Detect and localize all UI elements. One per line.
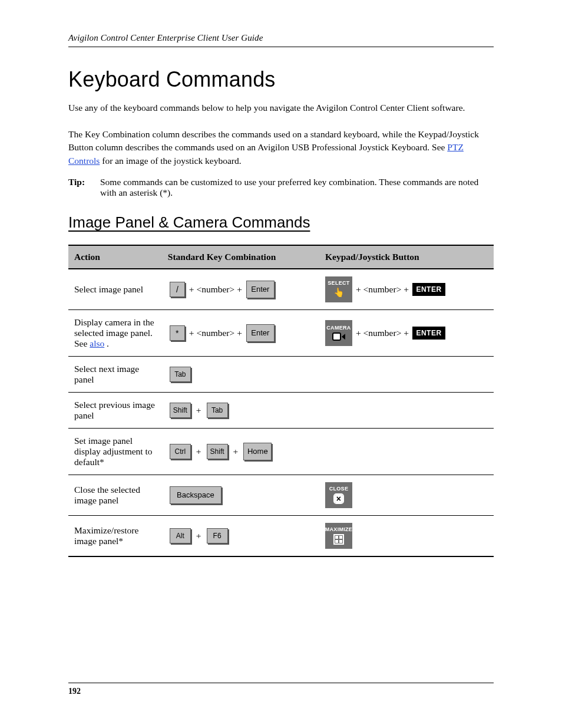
th-action: Action	[68, 245, 162, 269]
cell-joystick	[319, 429, 494, 475]
th-joystick: Keypad/Joystick Button	[319, 245, 494, 269]
table-row: Select image panel / + <number> + Enter …	[68, 269, 494, 310]
cell-action: Close the selected image panel	[68, 475, 162, 516]
table-row: Select next image panel Tab	[68, 357, 494, 393]
text: + <number> +	[189, 284, 242, 295]
key-alt: Alt	[170, 528, 191, 543]
text: +	[196, 405, 201, 416]
text: Display camera in the selected image pan…	[74, 317, 154, 348]
page-number: 192	[68, 687, 81, 696]
cell-action: Select image panel	[68, 269, 162, 310]
jbtn-label: CLOSE	[329, 486, 349, 492]
text: + <number> +	[356, 328, 409, 338]
key-ctrl: Ctrl	[170, 444, 191, 459]
text: +	[233, 446, 239, 457]
close-icon	[333, 493, 344, 504]
cell-action: Display camera in the selected image pan…	[68, 310, 162, 357]
table-row: Close the selected image panel Backspace…	[68, 475, 494, 516]
tip-label: Tip:	[68, 177, 90, 198]
table-row: Maximize/restore image panel* Alt + F6 M…	[68, 516, 494, 557]
key-enter: Enter	[246, 281, 275, 298]
text: .	[107, 338, 109, 348]
cell-joystick	[319, 393, 494, 429]
intro-before: Use any of the keyboard commands below t…	[68, 103, 479, 152]
text: + <number> +	[189, 328, 242, 338]
cell-joystick: CLOSE	[319, 475, 494, 516]
cell-joystick: MAXIMIZE	[319, 516, 494, 557]
cell-standard: * + <number> + Enter	[162, 310, 319, 357]
joystick-enter-button: ENTER	[412, 327, 445, 340]
cell-joystick: CAMERA + <number> + ENTER	[319, 310, 494, 357]
cell-action: Maximize/restore image panel*	[68, 516, 162, 557]
joystick-maximize-button: MAXIMIZE	[325, 523, 352, 549]
page-footer: 192	[68, 683, 494, 696]
key-tab: Tab	[170, 367, 191, 382]
key-asterisk: *	[170, 325, 185, 341]
cell-action: Select previous image panel	[68, 393, 162, 429]
cell-standard: Alt + F6	[162, 516, 319, 557]
key-enter: Enter	[246, 324, 275, 342]
running-header: Avigilon Control Center Enterprise Clien…	[68, 33, 494, 47]
joystick-camera-button: CAMERA	[325, 320, 352, 346]
table-header-row: Action Standard Key Combination Keypad/J…	[68, 245, 494, 269]
joystick-close-button: CLOSE	[325, 482, 352, 508]
th-standard: Standard Key Combination	[162, 245, 319, 269]
cell-action: Set image panel display adjustment to de…	[68, 429, 162, 475]
text: +	[196, 446, 201, 457]
key-slash: /	[170, 282, 185, 297]
key-tab: Tab	[207, 403, 228, 418]
text: +	[196, 531, 201, 541]
camera-icon	[332, 332, 345, 341]
cell-joystick	[319, 357, 494, 393]
key-shift: Shift	[207, 444, 228, 459]
page-title: Keyboard Commands	[68, 67, 494, 92]
cell-standard: Backspace	[162, 475, 319, 516]
key-backspace: Backspace	[170, 486, 222, 504]
cell-standard: Tab	[162, 357, 319, 393]
cell-standard: Ctrl + Shift + Home	[162, 429, 319, 475]
tap-icon	[333, 288, 344, 298]
commands-table: Action Standard Key Combination Keypad/J…	[68, 245, 494, 557]
section-heading: Image Panel & Camera Commands	[68, 213, 494, 232]
table-row: Select previous image panel Shift + Tab	[68, 393, 494, 429]
key-shift: Shift	[170, 403, 191, 418]
see-also-link[interactable]: also	[90, 338, 104, 348]
intro-after: for an image of the joystick keyboard.	[102, 156, 241, 166]
joystick-select-button: SELECT	[325, 276, 352, 302]
key-f6: F6	[207, 528, 228, 543]
intro-paragraph: Use any of the keyboard commands below t…	[68, 101, 494, 167]
joystick-enter-button: ENTER	[412, 283, 445, 296]
cell-standard: / + <number> + Enter	[162, 269, 319, 310]
cell-action: Select next image panel	[68, 357, 162, 393]
maximize-icon	[333, 534, 344, 545]
table-row: Display camera in the selected image pan…	[68, 310, 494, 357]
cell-joystick: SELECT + <number> + ENTER	[319, 269, 494, 310]
tip-row: Tip: Some commands can be customized to …	[68, 177, 494, 198]
jbtn-label: MAXIMIZE	[325, 527, 352, 532]
table-row: Set image panel display adjustment to de…	[68, 429, 494, 475]
jbtn-label: SELECT	[328, 281, 349, 286]
cell-standard: Shift + Tab	[162, 393, 319, 429]
key-home: Home	[243, 443, 272, 460]
text: + <number> +	[356, 284, 409, 295]
tip-text: Some commands can be customized to use y…	[100, 177, 494, 198]
jbtn-label: CAMERA	[326, 325, 351, 331]
